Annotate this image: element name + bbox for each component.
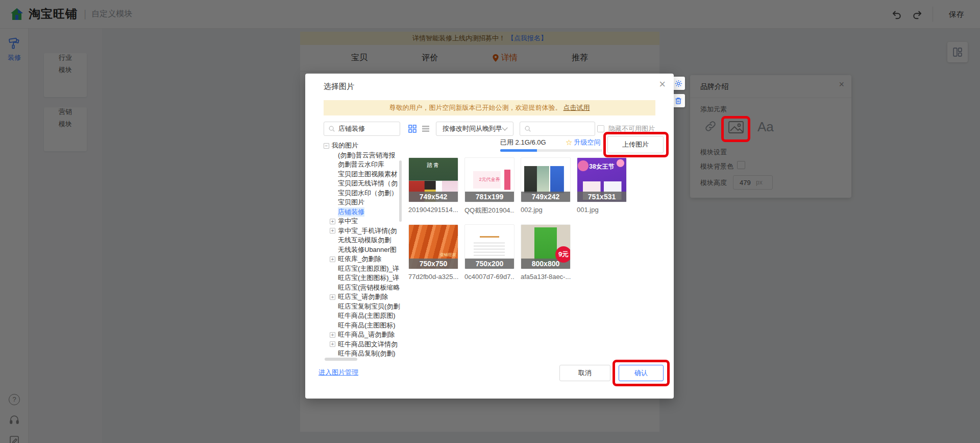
- folder-tree-item[interactable]: 宝贝团主图视频素材: [324, 170, 401, 179]
- chevron-down-icon: [502, 125, 507, 130]
- image-file-name: QQ截图201904...: [464, 206, 514, 215]
- folder-tree-label: 宝贝团无线详情（勿: [338, 179, 398, 189]
- folder-tree-item[interactable]: 旺牛商品(主图图标): [324, 321, 401, 331]
- folder-tree-item[interactable]: 勿删普云水印库: [324, 160, 401, 170]
- thumbnail-caption: 踏青: [409, 161, 458, 169]
- hide-unusable-checkbox[interactable]: [597, 125, 604, 132]
- gear-icon: [675, 80, 682, 87]
- upgrade-space-link[interactable]: 升级空间: [566, 138, 600, 147]
- image-card[interactable]: 促销狂欢 750x750 77d2fb0d-a325...: [408, 224, 458, 281]
- folder-tree-label: 无线装修Ubanner图: [338, 245, 397, 255]
- folder-tree-label: 旺店宝复制宝贝(勿删: [338, 302, 400, 312]
- star-icon: [566, 138, 572, 147]
- app-root: 淘宝旺铺 自定义模块 保存 装修: [0, 0, 980, 443]
- folder-tree-label: 宝贝图片: [338, 198, 364, 207]
- upload-image-button[interactable]: 上传图片: [607, 136, 664, 153]
- folder-tree-label: 旺店宝(主图图标)_详: [338, 273, 399, 283]
- tree-expander-icon[interactable]: +: [330, 257, 335, 262]
- folder-tree-item[interactable]: 旺牛商品(主图原图): [324, 311, 401, 321]
- image-card[interactable]: 踏青 749x542 201904291514...: [408, 157, 458, 215]
- cancel-button[interactable]: 取消: [559, 365, 610, 381]
- thumbnail-caption: 38女王节: [577, 162, 626, 171]
- image-card[interactable]: 749x242 002.jpg: [521, 157, 571, 215]
- folder-tree-label: 宝贝团主图视频素材: [338, 170, 398, 179]
- folder-search-field: [324, 122, 400, 136]
- folder-search-input[interactable]: [338, 125, 389, 133]
- folder-tree-item[interactable]: + 旺牛商品_请勿删除: [324, 330, 401, 340]
- folder-tree-item[interactable]: + 旺店宝_请勿删除: [324, 292, 401, 302]
- modal-notice-bar: 尊敬的用户，图片空间新版本已开始公测，欢迎提前体验。 点击试用: [324, 100, 655, 115]
- tree-expander-icon[interactable]: −: [324, 143, 329, 149]
- folder-tree-label: 旺牛商品图文详情勿: [338, 340, 398, 349]
- folder-tree-item[interactable]: 宝贝团无线详情（勿: [324, 179, 401, 189]
- image-thumbnail[interactable]: 749x242: [521, 157, 571, 202]
- folder-tree-item[interactable]: + 掌中宝: [324, 217, 401, 226]
- image-size-badge: 750x200: [465, 259, 514, 269]
- trash-icon: [675, 97, 682, 105]
- grid-view-icon[interactable]: [408, 125, 416, 133]
- folder-tree-label: 旺牛商品(主图图标): [338, 321, 396, 331]
- folder-tree-item[interactable]: 旺店宝(营销模板缩略: [324, 283, 401, 293]
- tree-expander-icon[interactable]: +: [330, 228, 335, 234]
- folder-tree-label: 旺店宝(主图原图)_详: [338, 264, 399, 274]
- tree-expander-icon[interactable]: +: [330, 332, 335, 338]
- folder-tree-label: 旺店宝_请勿删除: [338, 292, 388, 302]
- image-thumbnail[interactable]: 38女王节 751x531: [577, 157, 627, 202]
- tree-vertical-scrollbar[interactable]: [399, 160, 402, 222]
- folder-tree-item[interactable]: + 旺依库_勿删除: [324, 254, 401, 264]
- storage-progress-bar: [500, 149, 602, 152]
- image-size-badge: 751x531: [577, 192, 626, 202]
- confirm-button[interactable]: 确认: [619, 365, 664, 381]
- folder-tree-item[interactable]: (勿删)普云营销海报: [324, 151, 401, 160]
- image-thumbnail[interactable]: 促销狂欢 750x750: [408, 224, 458, 269]
- image-card[interactable]: 38女王节 751x531 001.jpg: [577, 157, 627, 215]
- try-new-version-link[interactable]: 点击试用: [564, 103, 590, 112]
- folder-tree-item[interactable]: 旺店宝复制宝贝(勿删: [324, 302, 401, 312]
- folder-tree-label: 店铺装修: [338, 207, 364, 217]
- folder-tree-item[interactable]: 旺店宝(主图图标)_详: [324, 273, 401, 283]
- image-search-input[interactable]: [534, 125, 585, 133]
- image-card[interactable]: 750x200 0c4007d7-69d7...: [464, 224, 514, 281]
- tree-expander-icon[interactable]: +: [330, 341, 335, 347]
- tree-horizontal-scrollbar[interactable]: [325, 358, 357, 361]
- folder-tree-item[interactable]: − 我的图片: [324, 141, 401, 151]
- image-file-name: 001.jpg: [577, 206, 627, 214]
- folder-tree-item[interactable]: 店铺装修: [324, 207, 401, 217]
- folder-tree-item[interactable]: + 掌中宝_手机详情(勿: [324, 226, 401, 236]
- image-thumbnail[interactable]: 踏青 749x542: [408, 157, 458, 202]
- hide-unusable-label: 隐藏不可用图片: [608, 122, 655, 136]
- thumbnail-caption: 2元代金券: [465, 176, 514, 183]
- image-picker-modal: 选择图片 尊敬的用户，图片空间新版本已开始公测，欢迎提前体验。 点击试用 − 我…: [305, 74, 674, 399]
- folder-tree-item[interactable]: 无线互动模版勿删: [324, 236, 401, 245]
- folder-tree-label: 旺牛商品复制(勿删): [338, 349, 396, 359]
- image-manager-link[interactable]: 进入图片管理: [318, 368, 358, 377]
- folder-tree-item[interactable]: 旺店宝(主图原图)_详: [324, 264, 401, 274]
- image-card[interactable]: 2元代金券 781x199 QQ截图201904...: [464, 157, 514, 215]
- tree-expander-icon[interactable]: +: [330, 294, 335, 300]
- upgrade-space-label: 升级空间: [574, 138, 600, 147]
- folder-tree-label: 掌中宝: [338, 217, 358, 226]
- sort-dropdown[interactable]: 按修改时间从晚到早: [436, 122, 513, 136]
- image-file-name: 002.jpg: [521, 206, 571, 214]
- folder-tree-label: 宝贝团水印（勿删）: [338, 189, 398, 198]
- tree-expander-icon[interactable]: +: [330, 219, 335, 224]
- image-size-badge: 749x542: [409, 192, 458, 202]
- folder-tree-item[interactable]: 宝贝团水印（勿删）: [324, 189, 401, 198]
- modal-close-icon[interactable]: [659, 78, 666, 91]
- storage-progress-fill: [500, 149, 537, 152]
- folder-tree-item[interactable]: 无线装修Ubanner图: [324, 245, 401, 255]
- list-view-icon[interactable]: [422, 125, 430, 133]
- folder-tree-item[interactable]: + 旺牛商品图文详情勿: [324, 340, 401, 349]
- image-size-badge: 781x199: [465, 192, 514, 202]
- image-card[interactable]: 800x800 9元 afa5a13f-8aec-...: [521, 224, 571, 281]
- image-thumbnail[interactable]: 750x200: [464, 224, 514, 269]
- folder-tree-item[interactable]: 旺牛商品复制(勿删): [324, 349, 401, 359]
- folder-tree-label: 掌中宝_手机详情(勿: [338, 226, 397, 236]
- image-file-name: afa5a13f-8aec-...: [521, 273, 571, 281]
- image-size-badge: 749x242: [521, 192, 570, 202]
- folder-tree: − 我的图片 (勿删)普云营销海报 勿删普云水印库 宝贝团主图视频素材 宝贝团无…: [324, 141, 401, 359]
- folder-tree-item[interactable]: 宝贝图片: [324, 198, 401, 207]
- folder-tree-label: 旺店宝(营销模板缩略: [338, 283, 400, 293]
- image-thumbnail[interactable]: 800x800 9元: [521, 224, 571, 269]
- image-thumbnail[interactable]: 2元代金券 781x199: [464, 157, 514, 202]
